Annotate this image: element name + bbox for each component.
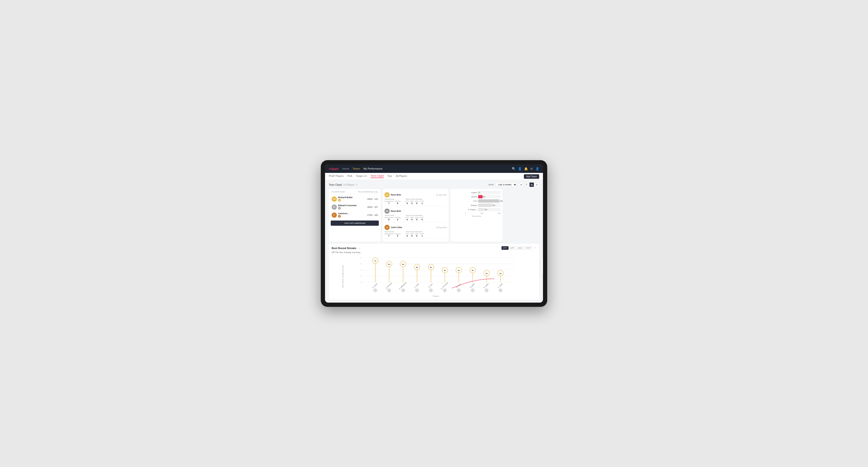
ott-label-1: OTT bbox=[405, 200, 409, 202]
bar-wrap-eagles: 3 bbox=[478, 191, 500, 194]
search-icon[interactable]: 🔍 bbox=[512, 167, 516, 170]
bell-icon[interactable]: 🔔 bbox=[524, 167, 528, 170]
player-name-3: Cameron... bbox=[338, 212, 349, 215]
tab-arg[interactable]: ARG bbox=[517, 246, 524, 250]
subtitle-detail: Fairway Accuracy bbox=[344, 251, 361, 253]
app-val-1: 0 bbox=[411, 202, 412, 205]
arg-label-3: ARG bbox=[415, 233, 418, 235]
putt-label-2: PUTT bbox=[420, 217, 424, 218]
bar-value-birdies: 96 bbox=[483, 196, 485, 198]
time-filter-select[interactable]: Last 3 months bbox=[496, 183, 517, 187]
stat-val-tournament-2: 8 bbox=[388, 218, 390, 221]
bar-value-eagles: 3 bbox=[479, 192, 480, 193]
stat-practice-3: Practice 2 bbox=[395, 233, 401, 237]
sub-nav-pga[interactable]: PGA bbox=[347, 175, 352, 178]
sub-nav-hcaps[interactable]: Hcaps 1-5 bbox=[356, 175, 367, 178]
player-avg-2: 107 bbox=[374, 206, 378, 208]
table-view-icon[interactable]: ⊟ bbox=[534, 182, 539, 187]
stat-arg-2: ARG 0 bbox=[415, 217, 418, 221]
settings-icon[interactable]: ⚙ bbox=[530, 167, 533, 170]
tab-app[interactable]: APP bbox=[509, 246, 516, 250]
nav-links: Home Teams My Performance bbox=[342, 167, 508, 170]
edit-icon[interactable]: ✏ bbox=[356, 184, 358, 186]
stat-ott-3: OTT 0 bbox=[405, 233, 409, 237]
avatar-2: EC bbox=[332, 205, 337, 210]
putt-val-1: 1 bbox=[422, 202, 423, 205]
card-player-info-3: JC Josh Coles bbox=[384, 225, 402, 230]
player-card-3: JC Josh Coles 26 Aug 2023 Total Rounds T… bbox=[384, 223, 447, 239]
tab-ott[interactable]: OTT bbox=[501, 246, 508, 250]
nav-bar: clippd Home Teams My Performance 🔍 👤 🔔 ⚙… bbox=[325, 164, 543, 173]
stat-label-tournament-2: Tournament bbox=[384, 217, 393, 218]
stat-val-practice-3: 2 bbox=[397, 235, 398, 237]
add-team-button[interactable]: Add Team bbox=[524, 174, 539, 179]
player-name-wrap-2: Edward Crossman 2 bbox=[338, 204, 356, 210]
sub-nav-tour[interactable]: Tour bbox=[388, 175, 392, 178]
player-card-header-2: RB Rees Britt bbox=[384, 209, 447, 214]
practice-activities-2: Total Practice Activities OTT 0 APP 0 bbox=[405, 215, 426, 221]
stat-val-practice-1: 6 bbox=[397, 202, 398, 205]
total-rounds-1: Total Rounds Tournament 7 Practice 6 bbox=[384, 198, 404, 205]
player-score-1: 19/20 bbox=[367, 198, 374, 200]
svg-point-49 bbox=[471, 288, 474, 292]
col-pb-score: PB SCORE bbox=[358, 191, 368, 193]
ott-label-3: OTT bbox=[405, 233, 409, 235]
practice-act-label-3: Total Practice Activities bbox=[405, 231, 426, 232]
user-icon[interactable]: 👤 bbox=[518, 167, 522, 170]
bar-fill-birdies bbox=[478, 195, 483, 198]
card-player-info-1: RB Rees Britt bbox=[384, 192, 401, 197]
ott-val-3: 0 bbox=[407, 235, 408, 237]
card-stats-3: Total Rounds Tournament 7 Practice 2 bbox=[384, 231, 447, 237]
putt-label-3: PUTT bbox=[420, 233, 424, 235]
arrow-icon: ← bbox=[358, 247, 361, 250]
profile-avatar[interactable]: 👤 bbox=[535, 167, 539, 170]
player-badge-1: 1 bbox=[338, 199, 341, 201]
app-label-1: APP bbox=[410, 200, 413, 202]
avatar-3: C bbox=[332, 213, 337, 218]
sub-nav-pgat[interactable]: PGAT Players bbox=[329, 175, 343, 178]
sub-nav-right: Add Team bbox=[524, 174, 539, 179]
bar-wrap-bogeys: 311 bbox=[478, 204, 500, 207]
team-header: Team Clippd 14 Players ✏ Show Last 3 mon… bbox=[329, 182, 539, 187]
x-label-200: 200 bbox=[480, 213, 483, 214]
svg-text:E. Ewart: E. Ewart bbox=[372, 283, 378, 288]
stat-label-practice-2: Practice bbox=[395, 217, 401, 218]
nav-my-performance[interactable]: My Performance bbox=[364, 167, 382, 170]
tablet-frame: clippd Home Teams My Performance 🔍 👤 🔔 ⚙… bbox=[321, 160, 547, 307]
svg-text:5x: 5x bbox=[430, 266, 432, 269]
practice-row-3: OTT 0 APP 0 ARG 0 bbox=[405, 233, 426, 237]
streaks-title: Best Round Streaks bbox=[332, 247, 356, 250]
stat-label-practice-1: Practice bbox=[395, 200, 401, 202]
svg-text:4x: 4x bbox=[458, 269, 460, 272]
sub-nav-all-players[interactable]: All Players bbox=[396, 175, 407, 178]
svg-point-54 bbox=[485, 288, 489, 292]
sub-nav-team-clippd[interactable]: Team Clippd bbox=[371, 175, 384, 178]
tab-putt[interactable]: PUTT bbox=[524, 246, 533, 250]
card-view-icon[interactable]: ▤ bbox=[529, 182, 534, 187]
svg-text:8: 8 bbox=[361, 257, 362, 259]
nav-icons: 🔍 👤 🔔 ⚙ 👤 bbox=[512, 167, 539, 170]
bar-label-pars: Pars bbox=[465, 200, 477, 202]
stat-putt-1: PUTT 1 bbox=[420, 200, 424, 205]
total-rounds-3: Total Rounds Tournament 7 Practice 2 bbox=[384, 231, 404, 237]
total-rounds-2: Total Rounds Tournament 8 Practice 4 bbox=[384, 215, 404, 221]
card-stats-1: Total Rounds Tournament 7 Practice 6 bbox=[384, 198, 447, 205]
player-name-wrap-1: Richard Butler 1 bbox=[338, 196, 352, 201]
bar-value-bogeys: 311 bbox=[493, 205, 495, 206]
card-player-info-2: RB Rees Britt bbox=[384, 209, 401, 214]
list-view-icon[interactable]: ☰ bbox=[524, 182, 529, 187]
stat-arg-3: ARG 0 bbox=[415, 233, 418, 237]
view-leaderboard-button[interactable]: View Full Leaderboard bbox=[331, 220, 379, 226]
nav-teams[interactable]: Teams bbox=[352, 167, 360, 170]
player-name-2: Edward Crossman bbox=[338, 204, 356, 207]
svg-text:4: 4 bbox=[361, 269, 362, 271]
bar-dbogeys: D. Bogeys + 131 bbox=[465, 208, 500, 211]
player-card-header-1: RB Rees Britt 02 Sep 2023 bbox=[384, 192, 447, 197]
putt-label-1: PUTT bbox=[420, 200, 424, 202]
card-stats-2: Total Rounds Tournament 8 Practice 4 bbox=[384, 215, 447, 221]
nav-home[interactable]: Home bbox=[342, 167, 349, 170]
leaderboard-header: PLAYER NAME PB SCORE PB AVG SQ bbox=[331, 191, 379, 194]
col-player-name: PLAYER NAME bbox=[332, 191, 358, 193]
rounds-row-1: Tournament 7 Practice 6 bbox=[384, 200, 404, 205]
grid-view-icon[interactable]: ⊞ bbox=[519, 182, 524, 187]
